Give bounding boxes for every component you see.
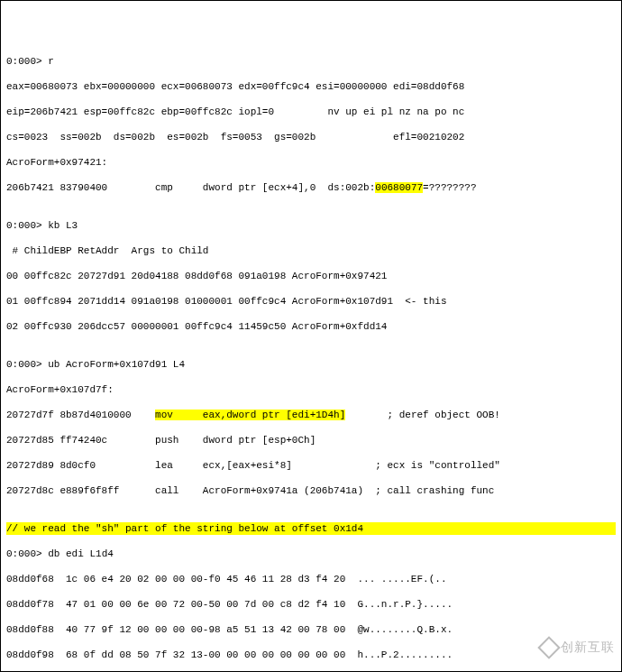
dbg-line: 0:000> r bbox=[6, 55, 616, 68]
kb-row: 00 00ffc82c 20727d91 20d04188 08dd0f68 0… bbox=[6, 270, 616, 282]
hex-row: 08dd0f98 68 0f dd 08 50 7f 32 13-00 00 0… bbox=[6, 649, 616, 661]
regs-line: eax=00680073 ebx=00000000 ecx=00680073 e… bbox=[6, 80, 616, 93]
highlight-address: 00680077 bbox=[375, 182, 423, 193]
highlight-instr: mov eax,dword ptr [edi+1D4h] bbox=[155, 410, 345, 420]
regs-line: eip=206b7421 esp=00ffc82c ebp=00ffc82c i… bbox=[6, 106, 616, 118]
ub-row: 20727d85 ff74240c push dword ptr [esp+0C… bbox=[6, 434, 616, 446]
dbg-line: 0:000> db edi L1d4 bbox=[6, 548, 616, 560]
hex-row: 08dd0f88 40 77 9f 12 00 00 00 00-98 a5 5… bbox=[6, 623, 616, 636]
hex-row: 08dd0f68 1c 06 e4 20 02 00 00 00-f0 45 4… bbox=[6, 573, 616, 585]
regs-line: AcroForm+0x97421: bbox=[6, 156, 616, 169]
kb-header: # ChildEBP RetAddr Args to Child bbox=[6, 244, 616, 257]
ub-row: 20727d8c e889f6f8ff call AcroForm+0x9741… bbox=[6, 484, 616, 497]
ub-header: AcroForm+0x107d7f: bbox=[6, 383, 616, 396]
hex-row: 08dd0f78 47 01 00 00 6e 00 72 00-50 00 7… bbox=[6, 598, 616, 611]
dbg-line: 0:000> ub AcroForm+0x107d91 L4 bbox=[6, 358, 616, 371]
ub-row: 20727d7f 8b87d4010000 mov eax,dword ptr … bbox=[6, 409, 616, 421]
kb-row: 02 00ffc930 206dcc57 00000001 00ffc9c4 1… bbox=[6, 320, 616, 333]
dbg-line: 0:000> kb L3 bbox=[6, 219, 616, 232]
regs-line: 206b7421 83790400 cmp dword ptr [ecx+4],… bbox=[6, 181, 616, 194]
ub-row: 20727d89 8d0cf0 lea ecx,[eax+esi*8] ; ec… bbox=[6, 459, 616, 472]
regs-line: cs=0023 ss=002b ds=002b es=002b fs=0053 … bbox=[6, 131, 616, 143]
comment-line: // we read the "sh" part of the string b… bbox=[6, 522, 616, 535]
kb-row: 01 00ffc894 2071dd14 091a0198 01000001 0… bbox=[6, 295, 616, 308]
